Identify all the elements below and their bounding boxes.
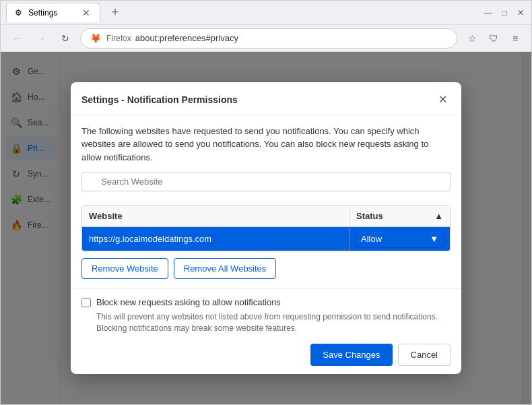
- browser-tab[interactable]: ⚙ Settings ✕: [6, 3, 100, 22]
- modal-body: The following websites have requested to…: [71, 115, 461, 289]
- block-requests-description: This will prevent any websites not liste…: [96, 311, 451, 334]
- browser-label: Firefox: [106, 34, 131, 43]
- modal-title: Settings - Notification Permissions: [81, 94, 238, 105]
- block-requests-checkbox[interactable]: [81, 298, 91, 307]
- search-input[interactable]: [81, 172, 451, 191]
- minimize-button[interactable]: —: [483, 7, 494, 18]
- permissions-table: Website Status ▲ lc ron: [81, 205, 451, 251]
- bookmark-button[interactable]: ☆: [463, 29, 481, 48]
- tab-title: Settings: [28, 8, 57, 18]
- shield-button[interactable]: 🛡: [484, 29, 503, 48]
- remove-website-button[interactable]: Remove Website: [81, 258, 168, 279]
- search-wrapper: 🔍: [81, 172, 451, 198]
- title-bar: ⚙ Settings ✕ + — □ ✕: [1, 1, 531, 25]
- table-row[interactable]: https://g.localmodeldatings.com Allow ▼: [82, 227, 450, 251]
- back-button[interactable]: ←: [7, 29, 26, 48]
- modal-close-button[interactable]: ✕: [434, 92, 451, 108]
- address-bar[interactable]: 🦊 Firefox about:preferences#privacy: [80, 28, 457, 49]
- modal-overlay: Settings - Notification Permissions ✕ Th…: [1, 52, 531, 404]
- status-label: Status: [356, 211, 383, 221]
- refresh-button[interactable]: ↻: [56, 29, 75, 48]
- table-header: Website Status ▲: [82, 206, 450, 227]
- block-requests-label: Block new requests asking to allow notif…: [96, 297, 281, 307]
- address-text: about:preferences#privacy: [135, 33, 238, 43]
- table-section: Website Status ▲ lc ron: [81, 205, 451, 279]
- col-status-header: Status ▲: [349, 206, 450, 226]
- modal-description: The following websites have requested to…: [81, 125, 451, 164]
- tab-close-button[interactable]: ✕: [81, 7, 92, 18]
- new-tab-button[interactable]: +: [106, 3, 125, 22]
- firefox-logo-icon: 🦊: [89, 32, 102, 45]
- cancel-button[interactable]: Cancel: [398, 344, 451, 366]
- save-changes-button[interactable]: Save Changes: [310, 344, 392, 366]
- close-button[interactable]: ✕: [515, 7, 526, 18]
- nav-bar: ← → ↻ 🦊 Firefox about:preferences#privac…: [1, 25, 531, 52]
- modal-action-buttons: Save Changes Cancel: [81, 344, 451, 366]
- browser-window: ⚙ Settings ✕ + — □ ✕ ← → ↻ 🦊 Firefox abo…: [0, 0, 532, 405]
- col-website-header: Website: [82, 206, 349, 226]
- table-scroll-area: lc ron https://g.localmodeldatings.com A…: [82, 227, 450, 251]
- content-area: ⚙ Ge... 🏠 Ho... 🔍 Sea... 🔒 Pri... ↻ Syn.…: [1, 52, 531, 404]
- dropdown-chevron-icon: ▼: [430, 234, 438, 244]
- menu-button[interactable]: ≡: [506, 29, 525, 48]
- modal-header: Settings - Notification Permissions ✕: [71, 82, 461, 115]
- remove-buttons: Remove Website Remove All Websites: [81, 258, 451, 279]
- nav-right-buttons: ☆ 🛡 ≡: [463, 29, 525, 48]
- modal-footer: Block new requests asking to allow notif…: [71, 288, 461, 374]
- dropdown-selected-value: Allow: [361, 234, 382, 244]
- window-controls: — □ ✕: [483, 7, 526, 18]
- notification-permissions-modal: Settings - Notification Permissions ✕ Th…: [71, 82, 461, 374]
- block-requests-checkbox-row: Block new requests asking to allow notif…: [81, 297, 451, 307]
- forward-button[interactable]: →: [32, 29, 51, 48]
- maximize-button[interactable]: □: [499, 7, 510, 18]
- row-status-cell: Allow ▼ Allow Block: [349, 227, 450, 251]
- settings-tab-icon: ⚙: [15, 8, 24, 18]
- remove-all-button[interactable]: Remove All Websites: [174, 258, 277, 279]
- row-website-url: https://g.localmodeldatings.com: [82, 228, 349, 249]
- sort-arrow-icon[interactable]: ▲: [434, 211, 443, 221]
- status-dropdown[interactable]: Allow ▼: [355, 230, 444, 248]
